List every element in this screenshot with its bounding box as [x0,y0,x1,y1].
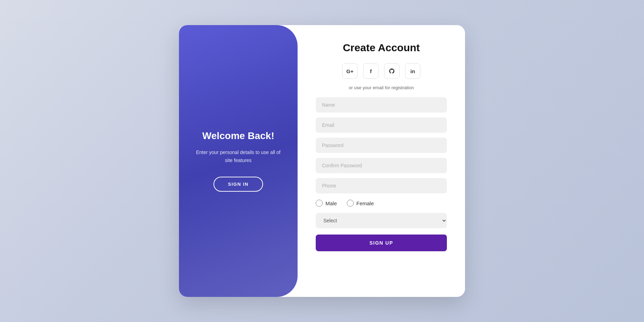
phone-input[interactable] [316,178,447,193]
sign-up-button[interactable]: SIGN UP [316,235,447,251]
email-input[interactable] [316,117,447,133]
linkedin-social-button[interactable]: in [405,63,420,79]
social-icons-row: G+ f in [342,63,420,79]
gender-female-label: Female [357,200,374,206]
name-input[interactable] [316,97,447,113]
gender-female-radio[interactable] [347,200,354,207]
role-select[interactable]: Select [316,213,447,228]
gender-male-label: Male [325,200,337,206]
confirm-password-input[interactable] [316,158,447,173]
sign-in-button[interactable]: SIGN IN [214,177,263,192]
registration-form: Male Female Select SIGN UP [316,97,447,251]
page-title: Create Account [343,42,420,54]
or-text: or use your email for registration [349,85,414,90]
main-card: Welcome Back! Enter your personal detail… [179,25,465,297]
gender-male-radio[interactable] [316,200,323,207]
welcome-title: Welcome Back! [202,130,274,141]
google-social-button[interactable]: G+ [342,63,358,79]
github-social-button[interactable] [384,63,399,79]
right-panel: Create Account G+ f in or use your email… [298,25,465,297]
gender-row: Male Female [316,198,447,208]
facebook-social-button[interactable]: f [363,63,379,79]
password-input[interactable] [316,138,447,153]
left-panel: Welcome Back! Enter your personal detail… [179,25,298,297]
welcome-subtitle: Enter your personal details to use all o… [193,148,284,164]
gender-female-option[interactable]: Female [347,200,374,207]
gender-male-option[interactable]: Male [316,200,337,207]
